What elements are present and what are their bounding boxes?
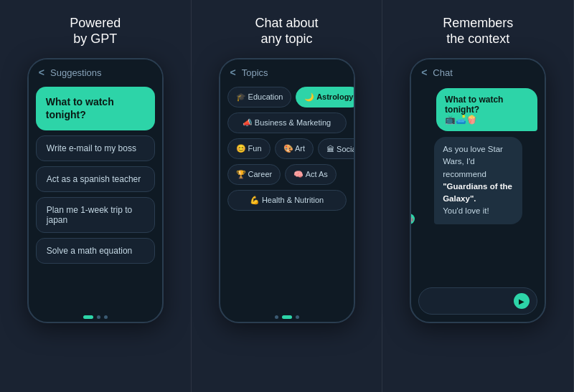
topic-education[interactable]: 🎓 Education: [227, 87, 292, 107]
topics-row-3: 🏆 Career 🧠 Act As: [227, 164, 347, 185]
suggestion-item-0[interactable]: Write e-mail to my boss: [36, 135, 155, 161]
panel-remembers: Remembers the context < Chat What to wat…: [382, 0, 574, 392]
topic-art[interactable]: 🎨 Art: [275, 138, 314, 159]
back-btn-1[interactable]: <: [39, 67, 44, 78]
panel-1-title: Powered by GPT: [70, 16, 121, 47]
ai-message: As you love Star Wars, I'd recommend "Gu…: [434, 137, 522, 224]
topic-business[interactable]: 📣 Business & Marketing: [227, 113, 347, 133]
user-message: What to watch tonight?📺🛋️🍿: [436, 88, 537, 131]
title-sub-2: any topic: [255, 32, 318, 47]
chat-input-bar[interactable]: ▶: [418, 287, 537, 315]
dots-2: [220, 310, 354, 322]
dots-1: [29, 310, 162, 322]
topbar-2: < Topics: [220, 59, 354, 82]
topics-row-1: 📣 Business & Marketing: [227, 113, 347, 133]
topic-health[interactable]: 💪 Health & Nutrition: [227, 190, 347, 211]
title-sub-3: the context: [443, 32, 513, 47]
back-btn-3[interactable]: <: [421, 67, 427, 78]
suggestion-item-2[interactable]: Plan me 1-week trip to japan: [36, 197, 155, 233]
title-main-3: Remembers: [443, 16, 513, 32]
topic-fun[interactable]: 😊 Fun: [227, 138, 270, 159]
dot-2-2: [296, 315, 299, 319]
topics-row-0: 🎓 Education 🌙 Astrology: [227, 87, 347, 107]
panel-powered: Powered by GPT < Suggestions What to wat…: [0, 0, 192, 392]
topic-career[interactable]: 🏆 Career: [227, 164, 281, 185]
suggestions-screen: What to watch tonight? Write e-mail to m…: [29, 82, 162, 310]
screen-title-2: Topics: [242, 67, 268, 78]
dot-2-0: [275, 315, 278, 319]
phone-2: < Topics 🎓 Education 🌙 Astrology 📣 Busin…: [219, 58, 355, 323]
topic-astrology[interactable]: 🌙 Astrology: [296, 87, 353, 107]
dot-1-0: [83, 315, 93, 319]
topics-row-4: 💪 Health & Nutrition: [227, 190, 347, 211]
ai-message-container: 🤖 As you love Star Wars, I'd recommend "…: [418, 137, 537, 224]
dot-1-1: [97, 315, 100, 319]
topic-actas[interactable]: 🧠 Act As: [285, 164, 337, 185]
phone-3: < Chat What to watch tonight?📺🛋️🍿 🤖 As y…: [410, 58, 546, 323]
dot-1-2: [104, 315, 108, 319]
suggestion-item-1[interactable]: Act as a spanish teacher: [36, 166, 155, 192]
panel-2-title: Chat about any topic: [255, 16, 318, 47]
dot-2-1: [282, 315, 292, 319]
chat-screen: What to watch tonight?📺🛋️🍿 🤖 As you love…: [411, 82, 545, 322]
highlight-card[interactable]: What to watch tonight?: [36, 87, 155, 130]
title-sub: by GPT: [70, 32, 121, 47]
title-main-2: Chat about: [255, 16, 318, 32]
screen-title-3: Chat: [433, 67, 452, 78]
topics-row-2: 😊 Fun 🎨 Art 🏛 Social: [227, 138, 347, 159]
back-btn-2[interactable]: <: [230, 67, 236, 78]
topic-social[interactable]: 🏛 Social: [318, 138, 353, 159]
panel-chat: Chat about any topic < Topics 🎓 Educatio…: [192, 0, 383, 392]
suggestion-item-3[interactable]: Solve a math equation: [36, 238, 155, 264]
panel-3-title: Remembers the context: [443, 16, 513, 47]
topbar-1: < Suggestions: [29, 59, 162, 82]
topics-screen: 🎓 Education 🌙 Astrology 📣 Business & Mar…: [220, 82, 354, 310]
ai-avatar: 🤖: [411, 214, 415, 224]
send-button[interactable]: ▶: [514, 293, 530, 309]
title-main: Powered: [70, 16, 121, 32]
topbar-3: < Chat: [411, 59, 545, 82]
phone-1: < Suggestions What to watch tonight? Wri…: [27, 58, 164, 323]
screen-title-1: Suggestions: [50, 67, 102, 78]
